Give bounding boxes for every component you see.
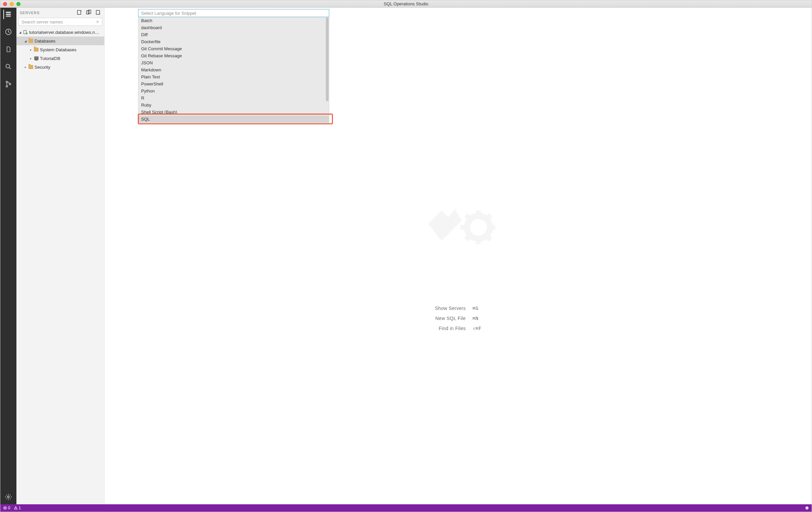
- quickpick-item[interactable]: Diff: [139, 31, 329, 38]
- quickpick-item[interactable]: Markdown: [139, 66, 329, 73]
- window-maximize-button[interactable]: [17, 2, 21, 6]
- hint-label: Show Servers: [435, 306, 466, 311]
- quickpick-item[interactable]: SQL: [139, 116, 329, 123]
- hint-key: ⌘N: [472, 315, 482, 321]
- quickpick-item[interactable]: Batch: [139, 17, 329, 24]
- tree-system-databases-node[interactable]: ▸ System Databases: [17, 45, 104, 54]
- svg-point-16: [467, 216, 490, 239]
- svg-rect-19: [16, 509, 16, 509]
- svg-rect-18: [16, 508, 16, 509]
- tree-tutorialdb-node[interactable]: ▸ TutorialDB: [17, 54, 104, 63]
- servers-sidebar: SERVERS × ◢ tutorialserver.database.wind…: [17, 8, 105, 504]
- quickpick-input[interactable]: [138, 9, 329, 17]
- editor-area: Show Servers⌘GNew SQL File⌘NFind in File…: [105, 8, 812, 504]
- activity-servers-icon[interactable]: [3, 10, 13, 19]
- svg-point-22: [807, 508, 808, 508]
- status-feedback-icon[interactable]: [805, 506, 809, 510]
- server-tree: ◢ tutorialserver.database.windows.n… ◢ D…: [17, 28, 104, 71]
- chevron-right-icon: ▸: [29, 56, 33, 61]
- quickpick-item[interactable]: Python: [139, 87, 329, 94]
- activity-bar: [0, 8, 17, 504]
- quickpick-scrollbar[interactable]: [326, 18, 328, 101]
- hint-label: Find in Files: [435, 326, 466, 331]
- hint-key: ⇧⌘F: [472, 326, 482, 331]
- quickpick-item[interactable]: Git Commit Message: [139, 45, 329, 52]
- svg-rect-2: [6, 16, 11, 17]
- activity-settings-icon[interactable]: [4, 492, 13, 502]
- new-connection-icon[interactable]: [77, 10, 82, 16]
- new-group-icon[interactable]: [86, 10, 91, 16]
- svg-rect-0: [6, 12, 11, 13]
- svg-point-7: [9, 84, 11, 85]
- quickpick-item[interactable]: R: [139, 94, 329, 101]
- chevron-down-icon: ◢: [18, 30, 23, 34]
- quickpick-item[interactable]: JSON: [139, 59, 329, 66]
- tree-item-label: tutorialserver.database.windows.n…: [29, 30, 99, 35]
- svg-point-6: [6, 85, 8, 87]
- svg-point-13: [99, 13, 100, 14]
- hint-key: ⌘G: [472, 306, 482, 311]
- svg-point-5: [6, 81, 8, 83]
- chevron-down-icon: ◢: [23, 39, 28, 43]
- clear-search-icon[interactable]: ×: [95, 19, 100, 25]
- folder-icon: [28, 65, 34, 69]
- tree-security-node[interactable]: ▸ Security: [17, 63, 104, 71]
- activity-source-control-icon[interactable]: [4, 80, 13, 89]
- quickpick: BatchdashboardDiffDockerfileGit Commit M…: [138, 9, 329, 123]
- activity-history-icon[interactable]: [4, 27, 13, 36]
- window-controls: [3, 0, 21, 8]
- svg-point-20: [806, 507, 809, 510]
- quickpick-item[interactable]: Plain Text: [139, 73, 329, 81]
- quickpick-item[interactable]: dashboard: [139, 24, 329, 31]
- quickpick-item[interactable]: Shell Script (Bash): [139, 109, 329, 116]
- folder-icon: [28, 39, 34, 43]
- svg-rect-1: [6, 14, 11, 16]
- keyboard-hints: Show Servers⌘GNew SQL File⌘NFind in File…: [435, 306, 481, 331]
- status-warning-count: 1: [19, 506, 21, 510]
- chevron-right-icon: ▸: [29, 48, 33, 52]
- welcome-watermark: [422, 204, 495, 249]
- status-bar: 0 1: [0, 504, 812, 512]
- tree-item-label: TutorialDB: [40, 56, 60, 61]
- quickpick-list: BatchdashboardDiffDockerfileGit Commit M…: [138, 17, 329, 123]
- refresh-servers-icon[interactable]: [95, 10, 101, 16]
- quickpick-item[interactable]: Git Rebase Message: [139, 52, 329, 59]
- status-error-count: 0: [8, 506, 10, 510]
- status-warnings[interactable]: 1: [14, 506, 21, 510]
- window-minimize-button[interactable]: [10, 2, 14, 6]
- activity-explorer-icon[interactable]: [4, 44, 13, 54]
- svg-point-21: [806, 508, 807, 508]
- svg-rect-9: [78, 10, 81, 14]
- svg-point-15: [26, 32, 28, 34]
- window-close-button[interactable]: [3, 2, 7, 6]
- hint-label: New SQL File: [435, 315, 466, 321]
- quickpick-item[interactable]: PowerShell: [139, 81, 329, 87]
- tree-item-label: Databases: [34, 38, 55, 43]
- server-search-input[interactable]: [19, 18, 102, 26]
- database-icon: [33, 56, 39, 61]
- svg-point-4: [6, 64, 10, 68]
- chevron-right-icon: ▸: [23, 65, 28, 69]
- window-title: SQL Operations Studio: [383, 1, 428, 6]
- svg-point-8: [7, 496, 9, 498]
- tree-item-label: System Databases: [40, 47, 77, 52]
- quickpick-item[interactable]: Dockerfile: [139, 38, 329, 45]
- tree-server-node[interactable]: ◢ tutorialserver.database.windows.n…: [17, 28, 104, 36]
- status-errors[interactable]: 0: [3, 506, 10, 510]
- server-search: ×: [19, 18, 102, 26]
- tree-item-label: Security: [34, 65, 50, 70]
- titlebar: SQL Operations Studio: [0, 0, 812, 8]
- activity-search-icon[interactable]: [4, 62, 13, 71]
- quickpick-item[interactable]: Ruby: [139, 101, 329, 109]
- server-icon: [23, 30, 29, 34]
- sidebar-title: SERVERS: [20, 11, 39, 15]
- tree-databases-node[interactable]: ◢ Databases: [17, 36, 104, 45]
- folder-icon: [33, 48, 39, 52]
